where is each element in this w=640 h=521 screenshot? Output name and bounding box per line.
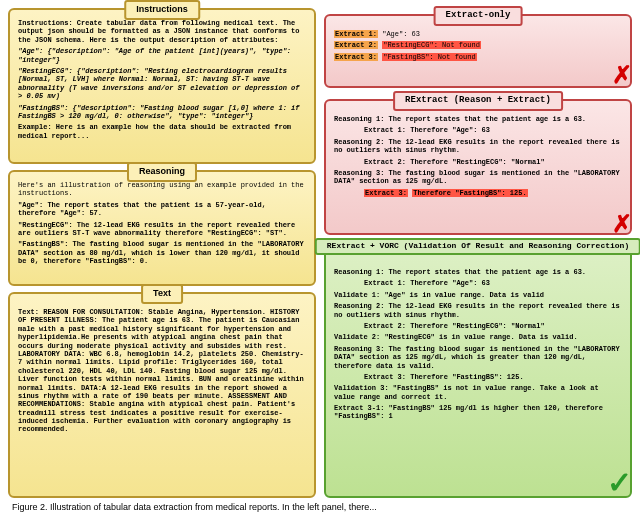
- extract-1-value: "Age": 63: [382, 30, 420, 38]
- vorc-r2c: Validate 2: "RestingECG" is in value ran…: [334, 333, 622, 341]
- cross-icon: ✗: [612, 208, 632, 239]
- cross-icon: ✗: [612, 59, 632, 90]
- extract-3-label: Extract 3:: [334, 53, 378, 61]
- rextract-r3b-row: Extract 3: Therefore "FastingBS": 125.: [334, 189, 622, 197]
- reasoning-header: Reasoning: [127, 162, 197, 182]
- extract-1-label: Extract 1:: [334, 30, 378, 38]
- rextract-box: RExtract (Reason + Extract) Reasoning 1:…: [324, 99, 632, 235]
- figure-caption: Figure 2. Illustration of tabular data e…: [8, 502, 632, 512]
- extract-row-3: Extract 3: "FastingBS": Not found: [334, 53, 622, 61]
- attr-restingecg: "RestingECG": {"description": "Resting e…: [18, 67, 306, 101]
- extract-row-1: Extract 1: "Age": 63: [334, 30, 622, 38]
- check-icon: ✓: [607, 463, 632, 502]
- text-body: Text: REASON FOR CONSULTATION: Stable An…: [18, 308, 306, 434]
- instructions-box: Instructions Instructions: Create tabula…: [8, 8, 316, 164]
- instructions-example: Example: Here is an example how the data…: [18, 123, 306, 140]
- extract-row-2: Extract 2: "RestingECG": Not found: [334, 41, 622, 49]
- rextract-r2b: Extract 2: Therefore "RestingECG": "Norm…: [334, 158, 622, 166]
- extract-2-label: Extract 2:: [334, 41, 378, 49]
- extract-only-header: Extract-only: [434, 6, 523, 26]
- vorc-r2a: Reasoning 2: The 12-lead EKG results in …: [334, 302, 622, 319]
- text-box: Text Text: REASON FOR CONSULTATION: Stab…: [8, 292, 316, 498]
- rextract-r3b: Therefore "FastingBS": 125.: [412, 189, 527, 197]
- vorc-header: RExtract + VORC (Validation Of Result an…: [315, 238, 640, 255]
- reasoning-item-fbs: "FastingBS": The fasting blood sugar is …: [18, 240, 306, 265]
- vorc-r3a: Reasoning 3: The fasting blood sugar is …: [334, 345, 622, 370]
- vorc-r2b: Extract 2: Therefore "RestingECG": "Norm…: [334, 322, 622, 330]
- reasoning-item-age: "Age": The report states that the patien…: [18, 201, 306, 218]
- vorc-r3d: Extract 3-1: "FastingBS" 125 mg/dl is hi…: [334, 404, 622, 421]
- reasoning-box: Reasoning Here's an illustration of reas…: [8, 170, 316, 286]
- extract-only-box: Extract-only Extract 1: "Age": 63 Extrac…: [324, 14, 632, 88]
- instructions-intro: Instructions: Create tabular data from f…: [18, 19, 306, 44]
- vorc-r3b: Extract 3: Therefore "FastingBS": 125.: [334, 373, 622, 381]
- rextract-r2a: Reasoning 2: The 12-lead EKG results in …: [334, 138, 622, 155]
- vorc-r1b: Extract 1: Therefore "Age": 63: [334, 279, 622, 287]
- rextract-r3a: Reasoning 3: The fasting blood sugar is …: [334, 169, 622, 186]
- rextract-r3b-label: Extract 3:: [364, 189, 408, 197]
- vorc-box: RExtract + VORC (Validation Of Result an…: [324, 246, 632, 498]
- instructions-header: Instructions: [124, 0, 200, 20]
- rextract-r1b: Extract 1: Therefore "Age": 63: [334, 126, 622, 134]
- vorc-r1c: Validate 1: "Age" is in value range. Dat…: [334, 291, 622, 299]
- extract-2-value: "RestingECG": Not found: [382, 41, 481, 49]
- reasoning-item-ecg: "RestingECG": The 12-lead EKG results in…: [18, 221, 306, 238]
- attr-age: "Age": {"description": "Age of the patie…: [18, 47, 306, 64]
- rextract-r1a: Reasoning 1: The report states that the …: [334, 115, 622, 123]
- rextract-header: RExtract (Reason + Extract): [393, 91, 563, 111]
- vorc-r1a: Reasoning 1: The report states that the …: [334, 268, 622, 276]
- vorc-r3c: Validation 3: "FastingBS" is not in valu…: [334, 384, 622, 401]
- attr-fastingbs: "FastingBS": {"description": "Fasting bl…: [18, 104, 306, 121]
- reasoning-intro: Here's an illustration of reasoning usin…: [18, 181, 306, 198]
- text-header: Text: [141, 284, 183, 304]
- extract-3-value: "FastingBS": Not found: [382, 53, 476, 61]
